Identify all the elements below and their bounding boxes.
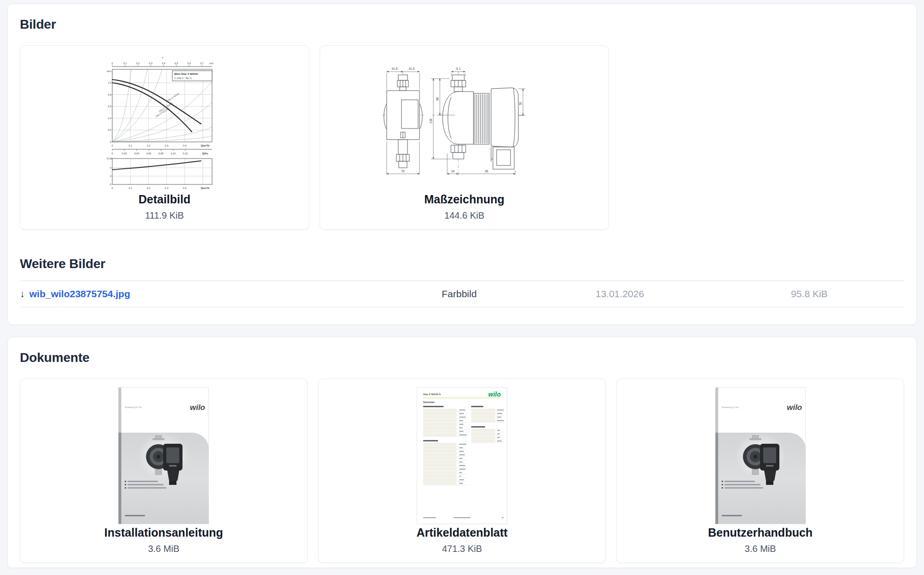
svg-text:v: v <box>162 56 164 59</box>
doc-card-benutzerhandbuch[interactable]: Pioneering for You wilo Wilo-Star-Z NOVA <box>616 379 904 563</box>
bilder-heading: Bilder <box>20 16 904 33</box>
installationsanleitung-thumbnail: Pioneering for You wilo Wilo-Star-Z NOVA <box>28 385 300 526</box>
datasheet-page: Star-Z NOVA A wilo Datenblatt <box>417 387 507 524</box>
svg-text:G 1: G 1 <box>456 67 461 70</box>
benutzerhandbuch-thumbnail: Pioneering for You wilo Wilo-Star-Z NOVA <box>624 385 896 526</box>
svg-text:0,2: 0,2 <box>136 62 140 65</box>
svg-text:41.5: 41.5 <box>392 67 398 70</box>
card-title: Artikeldatenblatt <box>416 526 507 539</box>
svg-text:0,06: 0,06 <box>146 152 152 155</box>
svg-text:Star-Z NOVA A: Star-Z NOVA A <box>423 393 441 396</box>
dimensional-drawing: 41.5 41.5 <box>381 65 547 180</box>
svg-text:0,02: 0,02 <box>122 152 127 155</box>
svg-text:0,4: 0,4 <box>162 62 165 65</box>
bilder-card-row: v 0 0,1 0,2 0,3 0,4 0,5 0,6 0,7 m/s <box>20 45 904 230</box>
dokumente-panel: Dokumente Pioneering for You <box>7 337 917 568</box>
file-date: 13.01.2026 <box>596 288 791 300</box>
svg-text:Wilo-Star Z NOVA: Wilo-Star Z NOVA <box>174 72 198 75</box>
svg-text:0,1: 0,1 <box>123 62 127 65</box>
more-image-row[interactable]: ↓ wib_wilo23875754.jpg Farbbild 13.01.20… <box>20 281 904 307</box>
svg-text:m/s: m/s <box>209 62 213 65</box>
svg-text:0,10: 0,10 <box>170 152 176 155</box>
svg-text:0.4: 0.4 <box>183 144 187 147</box>
file-kind: Farbbild <box>442 288 596 300</box>
svg-text:0: 0 <box>110 183 111 186</box>
svg-text:2: 2 <box>110 175 111 177</box>
file-name-cell: ↓ wib_wilo23875754.jpg <box>20 288 442 300</box>
svg-text:41.5: 41.5 <box>409 67 415 70</box>
svg-text:Q/m³/h: Q/m³/h <box>201 187 210 190</box>
card-size: 3.6 MiB <box>148 543 179 554</box>
download-arrow-icon: ↓ <box>20 288 25 300</box>
svg-text:0.2: 0.2 <box>147 187 151 190</box>
svg-text:H/m: H/m <box>107 70 111 73</box>
svg-text:0.1: 0.1 <box>128 144 132 147</box>
bilder-panel: Bilder v 0 0,1 0,2 0,3 0,4 0,5 0,6 0,7 m… <box>7 4 917 325</box>
svg-text:wilo: wilo <box>190 403 205 412</box>
pump-curve-chart: v 0 0,1 0,2 0,3 0,4 0,5 0,6 0,7 m/s <box>107 54 222 191</box>
svg-text:0: 0 <box>112 187 113 190</box>
svg-text:4: 4 <box>110 166 111 169</box>
card-title: Installationsanleitung <box>104 526 223 539</box>
card-title: Detailbild <box>139 192 191 206</box>
svg-text:0.8: 0.8 <box>108 93 112 96</box>
svg-text:1.0: 1.0 <box>108 81 112 84</box>
svg-text:Q/l/s: Q/l/s <box>202 152 208 155</box>
svg-text:0,3: 0,3 <box>149 62 152 65</box>
manual-cover: Pioneering for You wilo Wilo-Star-Z NOVA <box>118 387 209 524</box>
svg-text:0.1: 0.1 <box>128 187 132 190</box>
svg-text:0,5: 0,5 <box>175 62 178 65</box>
dokumente-card-row: Pioneering for You wilo Wilo-Star-Z NOVA <box>20 379 904 563</box>
svg-text:0.2: 0.2 <box>147 144 151 147</box>
doc-card-artikeldatenblatt[interactable]: Star-Z NOVA A wilo Datenblatt <box>318 379 606 563</box>
svg-text:1~230 V - Rp ½: 1~230 V - Rp ½ <box>174 76 192 79</box>
svg-text:0.4: 0.4 <box>183 187 187 190</box>
image-card-masszeichnung[interactable]: 41.5 41.5 <box>320 45 609 230</box>
svg-text:wilo: wilo <box>488 391 501 398</box>
svg-text:Star-Z NOVA: Star-Z NOVA <box>166 92 180 102</box>
svg-text:0,7: 0,7 <box>200 62 204 65</box>
svg-text:0: 0 <box>110 141 111 143</box>
artikeldatenblatt-thumbnail: Star-Z NOVA A wilo Datenblatt <box>326 385 598 526</box>
svg-text:0,12: 0,12 <box>183 152 188 155</box>
svg-text:0.3: 0.3 <box>165 187 169 190</box>
detailbild-thumbnail: v 0 0,1 0,2 0,3 0,4 0,5 0,6 0,7 m/s <box>28 52 301 192</box>
masszeichnung-thumbnail: 41.5 41.5 <box>328 52 601 192</box>
svg-text:50: 50 <box>519 102 522 105</box>
svg-text:Datenblatt: Datenblatt <box>423 401 435 404</box>
svg-text:0.4: 0.4 <box>108 116 112 119</box>
svg-text:0,6: 0,6 <box>188 62 191 65</box>
svg-text:70: 70 <box>401 170 405 173</box>
svg-text:95: 95 <box>485 170 488 173</box>
svg-text:0: 0 <box>112 152 113 155</box>
svg-text:Pioneering for You: Pioneering for You <box>125 406 142 409</box>
svg-text:0.3: 0.3 <box>165 144 169 147</box>
svg-text:Pioneering for You: Pioneering for You <box>722 406 739 409</box>
svg-text:0: 0 <box>112 62 113 65</box>
weitere-bilder-heading: Weitere Bilder <box>20 256 904 272</box>
svg-text:0.2: 0.2 <box>108 128 112 131</box>
svg-text:0.6: 0.6 <box>108 105 112 108</box>
doc-card-installationsanleitung[interactable]: Pioneering for You wilo Wilo-Star-Z NOVA <box>20 379 308 563</box>
svg-text:0: 0 <box>112 144 113 147</box>
manual-cover: Pioneering for You wilo Wilo-Star-Z NOVA <box>715 387 806 524</box>
card-title: Maßzeichnung <box>424 192 505 206</box>
card-size: 471.3 KiB <box>442 543 482 554</box>
card-size: 111.9 KiB <box>145 210 184 221</box>
file-download-link[interactable]: wib_wilo23875754.jpg <box>30 288 130 300</box>
svg-text:0,04: 0,04 <box>134 152 139 155</box>
card-title: Benutzerhandbuch <box>708 526 812 539</box>
dokumente-heading: Dokumente <box>20 349 904 366</box>
svg-text:24: 24 <box>451 170 455 173</box>
file-size: 95.8 KiB <box>791 288 904 300</box>
svg-text:Q/m³/h: Q/m³/h <box>201 144 210 147</box>
svg-text:P₁/W: P₁/W <box>107 157 113 160</box>
svg-text:wilo: wilo <box>787 403 802 412</box>
svg-text:0,08: 0,08 <box>158 152 164 155</box>
card-size: 3.6 MiB <box>745 543 776 554</box>
image-card-detailbild[interactable]: v 0 0,1 0,2 0,3 0,4 0,5 0,6 0,7 m/s <box>20 45 309 230</box>
card-size: 144.6 KiB <box>444 210 485 221</box>
svg-text:66: 66 <box>436 97 439 101</box>
svg-text:138: 138 <box>429 118 432 123</box>
